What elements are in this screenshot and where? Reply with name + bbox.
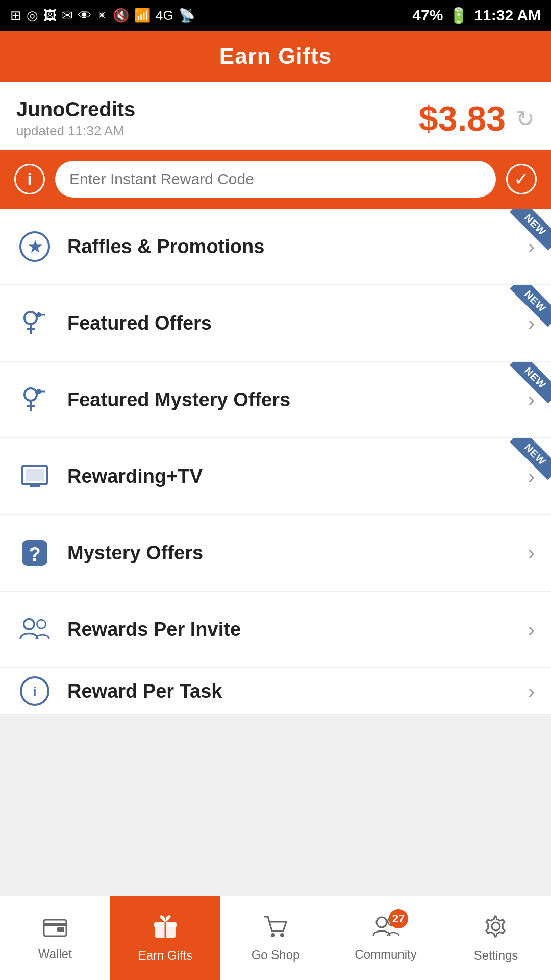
image-icon: 🖼 bbox=[43, 8, 57, 23]
location-icon: ◎ bbox=[27, 8, 38, 23]
chevron-right-icon: › bbox=[528, 680, 535, 703]
nav-item-wallet[interactable]: Wallet bbox=[0, 896, 110, 980]
svg-point-18 bbox=[24, 619, 35, 629]
nav-item-go-shop[interactable]: Go Shop bbox=[220, 896, 331, 980]
mystery-icon: ? bbox=[16, 534, 53, 571]
cart-icon bbox=[263, 915, 288, 944]
signal-icon: 📡 bbox=[179, 8, 195, 23]
svg-text:i: i bbox=[33, 684, 37, 698]
page-title: Earn Gifts bbox=[219, 43, 332, 69]
chevron-right-icon: › bbox=[528, 542, 535, 565]
gift-icon bbox=[153, 914, 178, 944]
new-badge-raffles: NEW bbox=[505, 209, 551, 255]
svg-point-30 bbox=[377, 917, 387, 927]
svg-point-28 bbox=[271, 933, 275, 937]
eye-icon: 👁 bbox=[78, 8, 91, 23]
battery-icon: 🔋 bbox=[449, 7, 468, 24]
go-shop-nav-label: Go Shop bbox=[252, 948, 300, 962]
community-badge: 27 bbox=[389, 909, 408, 928]
credits-section: JunoCredits updated 11:32 AM $3.83 ↻ bbox=[0, 82, 551, 150]
credits-info: JunoCredits updated 11:32 AM bbox=[16, 98, 135, 139]
info-icon[interactable]: i bbox=[14, 164, 45, 194]
new-badge-featured: NEW bbox=[505, 285, 551, 331]
menu-item-mystery-offers[interactable]: ? Mystery Offers › bbox=[0, 515, 551, 591]
raffle-icon: ★ bbox=[16, 228, 53, 265]
new-badge-mystery-featured: NEW bbox=[505, 362, 551, 408]
bluetooth-icon: ✴ bbox=[96, 8, 108, 23]
gear-icon bbox=[484, 914, 508, 944]
credits-amount: $3.83 bbox=[419, 99, 506, 138]
submit-reward-button[interactable]: ✓ bbox=[506, 164, 537, 194]
svg-point-32 bbox=[492, 922, 500, 930]
menu-item-rewards-invite[interactable]: Rewards Per Invite › bbox=[0, 592, 551, 667]
community-nav-label: Community bbox=[355, 947, 416, 962]
featured-mystery-icon bbox=[16, 381, 53, 418]
reward-code-input[interactable] bbox=[55, 161, 496, 198]
menu-item-raffles[interactable]: ★ Raffles & Promotions › NEW bbox=[0, 209, 551, 284]
email-icon: ✉ bbox=[62, 8, 73, 23]
wallet-nav-label: Wallet bbox=[38, 947, 72, 961]
menu-item-partial[interactable]: i Reward Per Task › bbox=[0, 668, 551, 714]
svg-point-7 bbox=[24, 388, 37, 401]
time-display: 11:32 AM bbox=[474, 7, 541, 24]
rewards-invite-label: Rewards Per Invite bbox=[67, 619, 241, 641]
wallet-icon bbox=[43, 915, 67, 943]
new-badge-tv: NEW bbox=[505, 438, 551, 484]
svg-rect-15 bbox=[26, 469, 44, 481]
add-icon: ⊞ bbox=[10, 8, 21, 23]
credits-right: $3.83 ↻ bbox=[419, 99, 535, 138]
page-header: Earn Gifts bbox=[0, 31, 551, 82]
mystery-offers-label: Mystery Offers bbox=[67, 542, 203, 564]
credits-updated: updated 11:32 AM bbox=[16, 123, 135, 139]
tv-icon bbox=[16, 458, 53, 495]
wifi-icon: 📶 bbox=[134, 8, 151, 23]
reward-code-bar: i ✓ bbox=[0, 150, 551, 209]
featured-offers-icon bbox=[16, 305, 53, 341]
nav-item-earn-gifts[interactable]: Earn Gifts bbox=[110, 896, 220, 980]
partial-label: Reward Per Task bbox=[67, 680, 222, 702]
svg-text:?: ? bbox=[29, 544, 40, 565]
svg-point-29 bbox=[280, 933, 284, 937]
svg-point-19 bbox=[37, 620, 45, 628]
lte-icon: 4G bbox=[156, 8, 173, 23]
battery-percent: 47% bbox=[412, 7, 443, 24]
task-icon: i bbox=[16, 673, 53, 709]
status-bar: ⊞ ◎ 🖼 ✉ 👁 ✴ 🔇 📶 4G 📡 47% 🔋 11:32 AM bbox=[0, 0, 551, 31]
rewarding-tv-label: Rewarding+TV bbox=[67, 465, 203, 487]
svg-rect-24 bbox=[57, 927, 64, 932]
invite-icon bbox=[16, 611, 53, 648]
nav-item-community[interactable]: 27 Community bbox=[331, 896, 441, 980]
menu-item-featured-mystery[interactable]: Featured Mystery Offers › NEW bbox=[0, 362, 551, 437]
raffles-label: Raffles & Promotions bbox=[67, 236, 264, 258]
community-badge-wrapper: 27 bbox=[372, 915, 399, 943]
svg-rect-23 bbox=[44, 923, 66, 926]
menu-item-featured-offers[interactable]: Featured Offers › NEW bbox=[0, 285, 551, 361]
settings-nav-label: Settings bbox=[474, 948, 518, 963]
earn-gifts-nav-label: Earn Gifts bbox=[138, 948, 193, 963]
menu-item-rewarding-tv[interactable]: Rewarding+TV › NEW bbox=[0, 438, 551, 514]
status-bar-left: ⊞ ◎ 🖼 ✉ 👁 ✴ 🔇 📶 4G 📡 bbox=[10, 8, 195, 23]
svg-point-2 bbox=[24, 312, 37, 324]
status-bar-right: 47% 🔋 11:32 AM bbox=[412, 7, 541, 24]
bottom-nav: Wallet Earn Gifts Go Shop bbox=[0, 896, 551, 980]
nav-item-settings[interactable]: Settings bbox=[441, 896, 551, 980]
featured-mystery-label: Featured Mystery Offers bbox=[67, 389, 290, 411]
credits-title: JunoCredits bbox=[16, 98, 135, 121]
svg-text:★: ★ bbox=[28, 238, 42, 255]
chevron-right-icon: › bbox=[528, 618, 535, 641]
mute-icon: 🔇 bbox=[113, 8, 129, 23]
refresh-icon[interactable]: ↻ bbox=[516, 106, 535, 132]
featured-offers-label: Featured Offers bbox=[67, 312, 212, 334]
menu-list: ★ Raffles & Promotions › NEW Featured Of… bbox=[0, 209, 551, 714]
